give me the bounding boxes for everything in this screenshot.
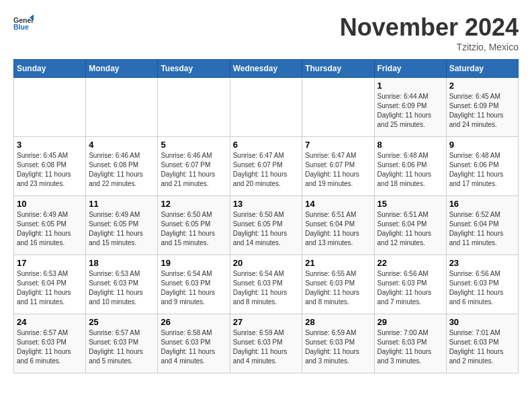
day-number: 20 bbox=[233, 258, 300, 268]
day-number: 25 bbox=[89, 317, 154, 327]
day-number: 15 bbox=[378, 199, 443, 209]
calendar-header-row: Sunday Monday Tuesday Wednesday Thursday… bbox=[14, 60, 519, 78]
table-row: 7Sunrise: 6:47 AMSunset: 6:07 PMDaylight… bbox=[302, 137, 374, 196]
day-info: Sunrise: 6:59 AMSunset: 6:03 PMDaylight:… bbox=[305, 328, 371, 366]
day-info: Sunrise: 6:59 AMSunset: 6:03 PMDaylight:… bbox=[233, 328, 300, 366]
day-number: 28 bbox=[305, 317, 371, 327]
table-row bbox=[302, 78, 374, 137]
table-row: 29Sunrise: 7:00 AMSunset: 6:03 PMDayligh… bbox=[374, 314, 446, 373]
day-number: 10 bbox=[17, 199, 83, 209]
col-tuesday: Tuesday bbox=[158, 60, 230, 78]
day-number: 27 bbox=[233, 317, 300, 327]
day-number: 16 bbox=[449, 199, 515, 209]
day-info: Sunrise: 6:48 AMSunset: 6:06 PMDaylight:… bbox=[449, 151, 515, 189]
col-wednesday: Wednesday bbox=[230, 60, 302, 78]
page-header: General Blue November 2024 Tzitzio, Mexi… bbox=[13, 13, 519, 52]
col-monday: Monday bbox=[86, 60, 158, 78]
day-info: Sunrise: 6:49 AMSunset: 6:05 PMDaylight:… bbox=[89, 210, 154, 248]
day-info: Sunrise: 6:58 AMSunset: 6:03 PMDaylight:… bbox=[161, 328, 226, 366]
day-number: 6 bbox=[233, 140, 300, 150]
day-number: 21 bbox=[305, 258, 371, 268]
calendar-week-5: 24Sunrise: 6:57 AMSunset: 6:03 PMDayligh… bbox=[14, 314, 519, 373]
day-number: 3 bbox=[17, 140, 83, 150]
table-row: 26Sunrise: 6:58 AMSunset: 6:03 PMDayligh… bbox=[158, 314, 230, 373]
month-title: November 2024 bbox=[340, 13, 519, 42]
table-row bbox=[230, 78, 302, 137]
day-info: Sunrise: 6:54 AMSunset: 6:03 PMDaylight:… bbox=[233, 269, 300, 307]
table-row: 20Sunrise: 6:54 AMSunset: 6:03 PMDayligh… bbox=[230, 255, 302, 314]
day-number: 17 bbox=[17, 258, 83, 268]
day-number: 30 bbox=[449, 317, 515, 327]
day-info: Sunrise: 6:57 AMSunset: 6:03 PMDaylight:… bbox=[89, 328, 154, 366]
calendar-week-2: 3Sunrise: 6:45 AMSunset: 6:08 PMDaylight… bbox=[14, 137, 519, 196]
day-number: 11 bbox=[89, 199, 154, 209]
table-row: 3Sunrise: 6:45 AMSunset: 6:08 PMDaylight… bbox=[14, 137, 86, 196]
calendar-week-1: 1Sunrise: 6:44 AMSunset: 6:09 PMDaylight… bbox=[14, 78, 519, 137]
day-info: Sunrise: 6:57 AMSunset: 6:03 PMDaylight:… bbox=[17, 328, 83, 366]
day-info: Sunrise: 6:47 AMSunset: 6:07 PMDaylight:… bbox=[305, 151, 371, 189]
day-info: Sunrise: 6:51 AMSunset: 6:04 PMDaylight:… bbox=[378, 210, 443, 248]
logo: General Blue bbox=[13, 13, 34, 34]
table-row bbox=[14, 78, 86, 137]
day-number: 12 bbox=[161, 199, 226, 209]
day-info: Sunrise: 6:48 AMSunset: 6:06 PMDaylight:… bbox=[378, 151, 443, 189]
col-friday: Friday bbox=[374, 60, 446, 78]
title-block: November 2024 Tzitzio, Mexico bbox=[340, 13, 519, 52]
day-info: Sunrise: 6:45 AMSunset: 6:09 PMDaylight:… bbox=[449, 92, 515, 130]
table-row: 13Sunrise: 6:50 AMSunset: 6:05 PMDayligh… bbox=[230, 196, 302, 255]
day-number: 19 bbox=[161, 258, 226, 268]
day-number: 8 bbox=[378, 140, 443, 150]
day-info: Sunrise: 6:53 AMSunset: 6:04 PMDaylight:… bbox=[17, 269, 83, 307]
day-info: Sunrise: 7:00 AMSunset: 6:03 PMDaylight:… bbox=[378, 328, 443, 366]
day-info: Sunrise: 6:53 AMSunset: 6:03 PMDaylight:… bbox=[89, 269, 154, 307]
day-number: 26 bbox=[161, 317, 226, 327]
table-row: 27Sunrise: 6:59 AMSunset: 6:03 PMDayligh… bbox=[230, 314, 302, 373]
day-number: 14 bbox=[305, 199, 371, 209]
col-saturday: Saturday bbox=[446, 60, 518, 78]
table-row: 9Sunrise: 6:48 AMSunset: 6:06 PMDaylight… bbox=[446, 137, 518, 196]
table-row: 17Sunrise: 6:53 AMSunset: 6:04 PMDayligh… bbox=[14, 255, 86, 314]
table-row: 30Sunrise: 7:01 AMSunset: 6:03 PMDayligh… bbox=[446, 314, 518, 373]
table-row bbox=[86, 78, 158, 137]
svg-text:Blue: Blue bbox=[13, 23, 29, 31]
table-row: 28Sunrise: 6:59 AMSunset: 6:03 PMDayligh… bbox=[302, 314, 374, 373]
day-number: 4 bbox=[89, 140, 154, 150]
table-row: 1Sunrise: 6:44 AMSunset: 6:09 PMDaylight… bbox=[374, 78, 446, 137]
day-info: Sunrise: 6:50 AMSunset: 6:05 PMDaylight:… bbox=[161, 210, 226, 248]
day-number: 7 bbox=[305, 140, 371, 150]
day-info: Sunrise: 6:49 AMSunset: 6:05 PMDaylight:… bbox=[17, 210, 83, 248]
table-row: 4Sunrise: 6:46 AMSunset: 6:08 PMDaylight… bbox=[86, 137, 158, 196]
day-info: Sunrise: 6:50 AMSunset: 6:05 PMDaylight:… bbox=[233, 210, 300, 248]
day-number: 5 bbox=[161, 140, 226, 150]
table-row bbox=[158, 78, 230, 137]
table-row: 15Sunrise: 6:51 AMSunset: 6:04 PMDayligh… bbox=[374, 196, 446, 255]
day-info: Sunrise: 7:01 AMSunset: 6:03 PMDaylight:… bbox=[449, 328, 515, 366]
day-number: 24 bbox=[17, 317, 83, 327]
day-number: 9 bbox=[449, 140, 515, 150]
col-sunday: Sunday bbox=[14, 60, 86, 78]
table-row: 12Sunrise: 6:50 AMSunset: 6:05 PMDayligh… bbox=[158, 196, 230, 255]
col-thursday: Thursday bbox=[302, 60, 374, 78]
calendar-week-3: 10Sunrise: 6:49 AMSunset: 6:05 PMDayligh… bbox=[14, 196, 519, 255]
day-info: Sunrise: 6:54 AMSunset: 6:03 PMDaylight:… bbox=[161, 269, 226, 307]
table-row: 8Sunrise: 6:48 AMSunset: 6:06 PMDaylight… bbox=[374, 137, 446, 196]
table-row: 2Sunrise: 6:45 AMSunset: 6:09 PMDaylight… bbox=[446, 78, 518, 137]
day-info: Sunrise: 6:56 AMSunset: 6:03 PMDaylight:… bbox=[449, 269, 515, 307]
day-number: 13 bbox=[233, 199, 300, 209]
day-info: Sunrise: 6:44 AMSunset: 6:09 PMDaylight:… bbox=[378, 92, 443, 130]
day-number: 29 bbox=[378, 317, 443, 327]
day-number: 2 bbox=[449, 81, 515, 91]
calendar-week-4: 17Sunrise: 6:53 AMSunset: 6:04 PMDayligh… bbox=[14, 255, 519, 314]
day-number: 18 bbox=[89, 258, 154, 268]
location: Tzitzio, Mexico bbox=[340, 42, 519, 52]
day-number: 22 bbox=[378, 258, 443, 268]
table-row: 14Sunrise: 6:51 AMSunset: 6:04 PMDayligh… bbox=[302, 196, 374, 255]
logo-icon: General Blue bbox=[13, 13, 34, 34]
table-row: 25Sunrise: 6:57 AMSunset: 6:03 PMDayligh… bbox=[86, 314, 158, 373]
table-row: 22Sunrise: 6:56 AMSunset: 6:03 PMDayligh… bbox=[374, 255, 446, 314]
day-info: Sunrise: 6:45 AMSunset: 6:08 PMDaylight:… bbox=[17, 151, 83, 189]
day-info: Sunrise: 6:52 AMSunset: 6:04 PMDaylight:… bbox=[449, 210, 515, 248]
table-row: 23Sunrise: 6:56 AMSunset: 6:03 PMDayligh… bbox=[446, 255, 518, 314]
table-row: 5Sunrise: 6:46 AMSunset: 6:07 PMDaylight… bbox=[158, 137, 230, 196]
day-info: Sunrise: 6:46 AMSunset: 6:07 PMDaylight:… bbox=[161, 151, 226, 189]
